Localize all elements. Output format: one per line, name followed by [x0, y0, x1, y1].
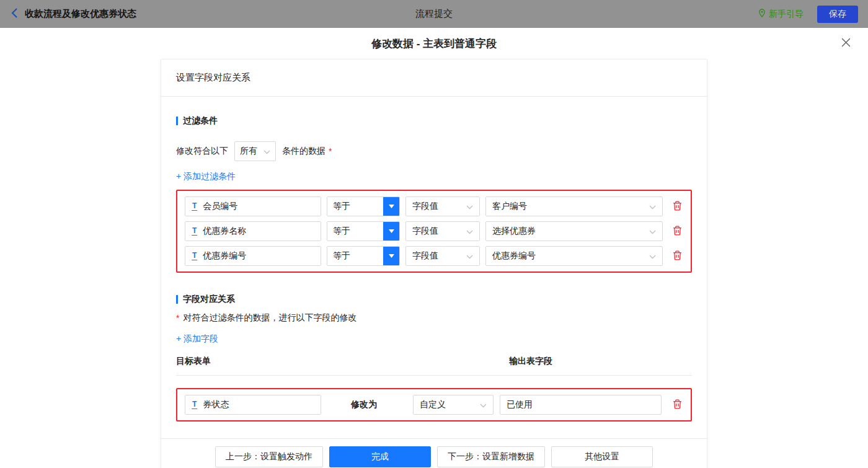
- prev-step-button[interactable]: 上一步：设置触发动作: [215, 446, 323, 467]
- mapping-row: T 券状态 修改为 自定义 已使用: [185, 395, 683, 415]
- back-button[interactable]: [10, 7, 19, 21]
- filter-condition-row: T 会员编号 等于 字段值: [185, 196, 683, 216]
- field-input[interactable]: T 优惠券名称: [185, 221, 321, 241]
- chevron-down-icon: [466, 201, 473, 211]
- value-select[interactable]: 选择优惠券: [485, 221, 663, 241]
- target-field-input[interactable]: T 券状态: [185, 395, 321, 415]
- filter-match-suffix: 条件的数据: [282, 146, 326, 157]
- mapping-section-label: 字段对应关系: [183, 294, 235, 305]
- operator-value: 等于: [327, 222, 383, 241]
- done-button[interactable]: 完成: [329, 446, 431, 467]
- other-settings-button[interactable]: 其他设置: [551, 446, 653, 467]
- value-select[interactable]: 优惠券编号: [485, 246, 663, 266]
- modify-to-label: 修改为: [351, 399, 377, 410]
- text-field-icon: T: [192, 252, 197, 260]
- field-name: 优惠券编号: [203, 250, 246, 262]
- chevron-down-icon: [264, 146, 270, 156]
- text-field-icon: T: [192, 202, 197, 211]
- filter-conditions-highlight-box: T 会员编号 等于 字段值: [176, 190, 692, 273]
- operator-dropdown-button[interactable]: [383, 247, 399, 265]
- value-mode-select[interactable]: 自定义: [413, 395, 494, 415]
- topbar-right: 新手引导 保存: [758, 6, 858, 23]
- section-accent-bar: [176, 117, 178, 125]
- add-filter-condition-link[interactable]: + 添加过滤条件: [176, 171, 236, 182]
- operator-dropdown-button[interactable]: [383, 197, 399, 216]
- chevron-down-icon: [649, 226, 656, 236]
- card-body: 过滤条件 修改符合以下 所有 条件的数据 * + 添加过滤条件 T: [161, 115, 707, 422]
- operator-dropdown-button[interactable]: [383, 222, 399, 241]
- modal-title: 修改数据 - 主表到普通字段: [371, 37, 497, 51]
- operator-value: 等于: [327, 197, 383, 216]
- delete-mapping-button[interactable]: [671, 398, 683, 412]
- text-field-icon: T: [192, 400, 197, 409]
- value-mode-value: 自定义: [420, 399, 446, 410]
- match-mode-select[interactable]: 所有: [234, 141, 276, 161]
- value-type-select[interactable]: 字段值: [405, 246, 480, 266]
- mapping-description: 对符合过滤条件的数据，进行以下字段的修改: [183, 312, 356, 324]
- trash-icon: [673, 201, 682, 213]
- custom-value-input[interactable]: 已使用: [500, 395, 662, 415]
- trash-icon: [673, 399, 682, 411]
- close-icon: [841, 38, 851, 49]
- value-value: 优惠券编号: [492, 250, 536, 262]
- required-asterisk: *: [329, 146, 332, 156]
- delete-condition-button[interactable]: [671, 224, 683, 239]
- operator-select[interactable]: 等于: [327, 221, 400, 241]
- modal-title-row: 修改数据 - 主表到普通字段: [0, 28, 868, 59]
- custom-value-text: 已使用: [507, 399, 533, 410]
- value-select[interactable]: 客户编号: [485, 196, 663, 216]
- field-input[interactable]: T 会员编号: [185, 196, 321, 216]
- delete-condition-button[interactable]: [671, 200, 683, 214]
- beginner-guide-label: 新手引导: [769, 9, 804, 20]
- trash-icon: [673, 250, 682, 262]
- delete-condition-button[interactable]: [671, 249, 683, 263]
- text-field-icon: T: [192, 227, 197, 236]
- target-field-name: 券状态: [203, 399, 229, 410]
- field-name: 优惠券名称: [203, 226, 246, 237]
- mapping-highlight-box: T 券状态 修改为 自定义 已使用: [176, 388, 692, 422]
- value-value: 客户编号: [492, 201, 527, 212]
- close-button[interactable]: [839, 35, 853, 51]
- operator-select[interactable]: 等于: [327, 196, 400, 216]
- mapping-table-header: 目标表单 输出表字段: [176, 356, 692, 376]
- save-button[interactable]: 保存: [817, 6, 858, 23]
- mapping-section-title: 字段对应关系: [176, 294, 692, 305]
- value-type-value: 字段值: [412, 226, 438, 237]
- topbar-center-title: 流程提交: [415, 8, 453, 20]
- column-header-output-field: 输出表字段: [509, 356, 552, 367]
- value-type-select[interactable]: 字段值: [405, 221, 480, 241]
- field-mapping-card: 设置字段对应关系 过滤条件 修改符合以下 所有 条件的数据 * + 添加过滤条件: [161, 59, 707, 468]
- filter-condition-row: T 优惠券编号 等于 字段值: [185, 246, 683, 266]
- operator-value: 等于: [327, 247, 383, 265]
- filter-match-line: 修改符合以下 所有 条件的数据 *: [176, 141, 692, 161]
- location-pin-icon: [758, 9, 766, 19]
- filter-section-title: 过滤条件: [176, 115, 692, 126]
- add-field-link[interactable]: + 添加字段: [176, 333, 218, 345]
- chevron-down-icon: [649, 201, 656, 211]
- value-type-value: 字段值: [412, 201, 438, 212]
- operator-select[interactable]: 等于: [327, 246, 400, 266]
- column-header-target-form: 目标表单: [176, 356, 509, 367]
- workflow-title: 收款流程及修改优惠券状态: [25, 8, 136, 20]
- chevron-down-icon: [480, 400, 487, 410]
- chevron-down-icon: [466, 226, 473, 236]
- section-accent-bar: [176, 295, 178, 304]
- trash-icon: [673, 226, 682, 237]
- required-asterisk: *: [176, 313, 179, 323]
- filter-section-label: 过滤条件: [183, 115, 218, 126]
- mapping-description-line: * 对符合过滤条件的数据，进行以下字段的修改: [176, 312, 692, 324]
- field-input[interactable]: T 优惠券编号: [185, 246, 321, 266]
- chevron-left-icon: [11, 8, 17, 20]
- topbar: 收款流程及修改优惠券状态 流程提交 新手引导 保存: [0, 0, 868, 28]
- value-type-select[interactable]: 字段值: [405, 196, 480, 216]
- modify-data-modal: 修改数据 - 主表到普通字段 设置字段对应关系 过滤条件 修改符合以下 所有: [0, 28, 868, 468]
- filter-condition-row: T 优惠券名称 等于 字段值: [185, 221, 683, 241]
- topbar-left: 收款流程及修改优惠券状态: [10, 7, 136, 21]
- beginner-guide-button[interactable]: 新手引导: [758, 9, 804, 20]
- value-type-value: 字段值: [412, 250, 438, 262]
- next-step-button[interactable]: 下一步：设置新增数据: [437, 446, 545, 467]
- field-name: 会员编号: [203, 201, 237, 212]
- value-value: 选择优惠券: [492, 226, 536, 237]
- match-mode-value: 所有: [240, 146, 257, 157]
- card-header-title: 设置字段对应关系: [161, 60, 707, 97]
